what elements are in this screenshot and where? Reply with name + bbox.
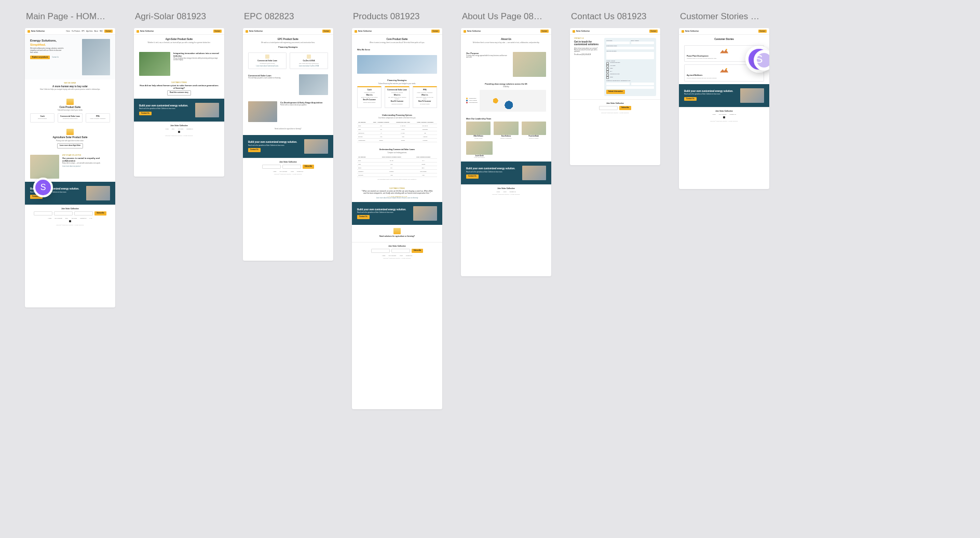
- card-link[interactable]: Learn more about Co-Dev & ESA: [299, 65, 319, 67]
- footer-subscribe-button[interactable]: Subscribe: [619, 106, 631, 110]
- footer-link[interactable]: About: [399, 255, 403, 257]
- footer-link[interactable]: Home: [712, 114, 716, 115]
- footer-last-input[interactable]: [54, 211, 73, 216]
- figma-canvas[interactable]: Main Page - HOM… Solar Collective Home O…: [0, 0, 980, 421]
- logo[interactable]: Solar Collective: [573, 30, 590, 33]
- help-textarea[interactable]: [606, 52, 654, 59]
- nav-contact-button[interactable]: Contact: [104, 30, 113, 33]
- footer-first-input[interactable]: [371, 249, 390, 253]
- logo[interactable]: Solar Collective: [137, 30, 154, 33]
- nav-item[interactable]: About: [94, 31, 98, 32]
- nav-item[interactable]: FAQ: [100, 31, 103, 32]
- addr-input[interactable]: [606, 83, 630, 85]
- footer-first-input[interactable]: [262, 165, 281, 169]
- footer-link[interactable]: EPC: [65, 218, 68, 219]
- cta-button[interactable]: Contact Us: [357, 215, 370, 219]
- footer-link[interactable]: Contact Us: [509, 191, 515, 193]
- nav-contact-button[interactable]: Contact: [540, 30, 549, 33]
- epc-card-codev[interactable]: Co-Dev & ESAEarly stage acquisition part…: [290, 52, 328, 69]
- page-products[interactable]: Solar Collective Contact Core Product Su…: [352, 28, 442, 409]
- linkedin-icon[interactable]: [723, 116, 725, 118]
- card-link[interactable]: Learn more about Commercial Loans: [256, 65, 279, 67]
- frame-col-contact[interactable]: Contact Us 081923 Solar Collective Conta…: [570, 11, 660, 165]
- nav-contact-button[interactable]: Contact: [213, 30, 222, 33]
- footer-link[interactable]: Home: [273, 171, 277, 172]
- page-agri[interactable]: Solar Collective Contact Agri-Solar Prod…: [134, 28, 224, 177]
- footer-email-input[interactable]: [599, 106, 618, 110]
- nav-contact-button[interactable]: Contact: [322, 30, 331, 33]
- logo[interactable]: Solar Collective: [246, 30, 263, 33]
- hero-cta-primary[interactable]: Explore our products: [30, 56, 50, 60]
- footer-email-input[interactable]: [391, 249, 410, 253]
- footer-link[interactable]: Agri-Solar: [71, 218, 77, 219]
- footer-link[interactable]: Our Products: [719, 114, 727, 115]
- frame-title[interactable]: Agri-Solar 081923: [135, 11, 224, 22]
- nav-item[interactable]: Agri-Solar: [86, 31, 92, 32]
- cta-button[interactable]: Contact Us: [139, 112, 152, 116]
- frame-col-products[interactable]: Products 081923 Solar Collective Contact…: [352, 11, 442, 409]
- footer-email-input[interactable]: [74, 211, 93, 216]
- page-epc[interactable]: Solar Collective Contact EPC Product Sui…: [243, 28, 333, 261]
- core-card-cash[interactable]: CashDirect purchase: [30, 113, 55, 123]
- frame-col-agri[interactable]: Agri-Solar 081923 Solar Collective Conta…: [134, 11, 224, 177]
- page-about[interactable]: Solar Collective Contact About Us We bel…: [461, 28, 551, 276]
- presence-avatar[interactable]: S: [33, 178, 53, 197]
- footer-subscribe-button[interactable]: Subscribe: [303, 165, 315, 169]
- frame-title[interactable]: Contact Us 081923: [571, 11, 660, 22]
- frame-title[interactable]: EPC 082823: [244, 11, 333, 22]
- logo[interactable]: Solar Collective: [464, 30, 481, 33]
- footer-link[interactable]: Contact Us: [186, 128, 193, 130]
- org-input[interactable]: [606, 47, 654, 49]
- frame-title[interactable]: Products 081923: [353, 11, 442, 22]
- email-input[interactable]: [631, 42, 655, 44]
- footer-link[interactable]: Home: [496, 191, 500, 193]
- footer-link[interactable]: EPC: [172, 128, 174, 130]
- footer-link[interactable]: About: [503, 191, 507, 193]
- footer-link[interactable]: FAQ: [90, 218, 92, 219]
- hero-cta-secondary[interactable]: Contact Us: [52, 57, 59, 58]
- agri-learn-more[interactable]: Learn more about Agri-Solar: [57, 143, 84, 149]
- frame-title[interactable]: About Us Page 08…: [462, 11, 551, 22]
- footer-link[interactable]: Our Products: [389, 255, 397, 257]
- footer-link[interactable]: Our Products: [280, 171, 288, 172]
- footer-subscribe-button[interactable]: Subscribe: [412, 249, 424, 253]
- cta-button[interactable]: Contact Us: [248, 148, 261, 152]
- frame-col-home[interactable]: Main Page - HOM… Solar Collective Home O…: [25, 11, 115, 307]
- zip-input[interactable]: [631, 83, 655, 85]
- footer-link[interactable]: Contact Us: [297, 171, 303, 172]
- core-card-loan[interactable]: Commercial Solar LoanRelationship based …: [58, 113, 82, 123]
- first-input[interactable]: [606, 42, 630, 44]
- process-link[interactable]: Learn more about our process!: [62, 166, 80, 167]
- presence-avatar-stack[interactable]: S: [745, 46, 769, 73]
- logo[interactable]: Solar Collective: [682, 30, 699, 33]
- submit-button[interactable]: Submit Information: [606, 90, 625, 94]
- page-stories[interactable]: Solar Collective Contact Customer Storie…: [679, 28, 769, 189]
- frame-title[interactable]: Customer Stories …: [680, 11, 769, 22]
- footer-link[interactable]: Home: [382, 255, 386, 257]
- linkedin-icon[interactable]: [178, 131, 180, 133]
- interest-option[interactable]: Other: [606, 76, 654, 79]
- footer-link[interactable]: About: [290, 171, 294, 172]
- cta-button[interactable]: Contact Us: [466, 174, 479, 179]
- nav-item[interactable]: Home: [66, 31, 70, 32]
- quote-link[interactable]: Learn more about how we helped Western G…: [376, 197, 418, 199]
- logo[interactable]: Solar Collective: [28, 30, 45, 33]
- nav-contact-button[interactable]: Contact: [649, 30, 658, 33]
- page-home[interactable]: Solar Collective Home Our Products EPC A…: [25, 28, 115, 307]
- footer-first-input[interactable]: [34, 211, 52, 216]
- linkedin-icon[interactable]: [69, 220, 71, 222]
- footer-link[interactable]: Contact Us: [80, 218, 86, 219]
- footer-subscribe-button[interactable]: Subscribe: [94, 211, 106, 216]
- frame-col-stories[interactable]: Customer Stories … Solar Collective Cont…: [679, 11, 769, 189]
- phone-input[interactable]: [606, 86, 654, 89]
- footer-link[interactable]: Agri-Solar: [178, 128, 183, 130]
- nav-contact-button[interactable]: Contact: [431, 30, 440, 33]
- story-button[interactable]: Read this customer story: [167, 90, 191, 96]
- logo[interactable]: Solar Collective: [355, 30, 372, 33]
- footer-link[interactable]: Contact Us: [406, 255, 412, 257]
- nav-contact-button[interactable]: Contact: [758, 30, 767, 33]
- frame-title[interactable]: Main Page - HOM…: [26, 11, 115, 22]
- cta-button[interactable]: Contact Us: [684, 97, 697, 101]
- epc-card-loan[interactable]: Commercial Solar LoanRelationship-based …: [248, 52, 287, 69]
- core-card-ppa[interactable]: PPAPower Purchase Agreement: [86, 113, 110, 123]
